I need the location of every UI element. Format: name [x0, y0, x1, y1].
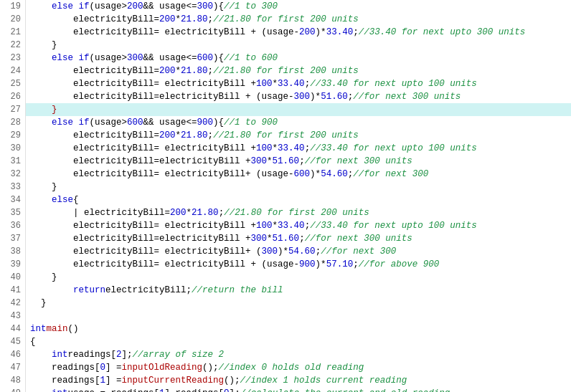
code-editor: ⊟19 20 21 22 ⊟23 24 25 26 27 ⊟28 29 30 3…: [0, 0, 571, 392]
code-line-42: }: [26, 297, 571, 310]
ln-39: 39: [4, 258, 21, 271]
ln-44: 44: [4, 322, 21, 335]
code-line-35: | electricityBill = 200*21.80;//21.80 fo…: [26, 206, 571, 219]
code-line-34: else{: [26, 193, 571, 206]
code-line-36: electricityBill = electricityBill + 100*…: [26, 219, 571, 232]
ln-21: 21: [4, 26, 21, 39]
code-line-23: else if(usage> 300 && usage<=600){//1 to…: [26, 52, 571, 64]
line-numbers: ⊟19 20 21 22 ⊟23 24 25 26 27 ⊟28 29 30 3…: [0, 0, 26, 392]
ln-27: 27: [4, 103, 21, 116]
ln-46: 46: [4, 348, 21, 361]
code-line-29: electricityBill = 200*21.80;//21.80 for …: [26, 129, 571, 142]
code-line-26: electricityBill=electricityBill + (usage…: [26, 90, 571, 103]
ln-26: 26: [4, 90, 21, 103]
code-line-46: int readings[2];//array of size 2: [26, 348, 571, 361]
code-line-24: electricityBill = 200*21.80;//21.80 for …: [26, 64, 571, 77]
code-line-31: electricityBill=electricityBill + 300*51…: [26, 155, 571, 168]
ln-31: 31: [4, 155, 21, 168]
code-line-28: else if(usage> 600 && usage<=900){//1 to…: [26, 116, 571, 129]
ln-22: 22: [4, 39, 21, 52]
code-line-44: int main(): [26, 322, 571, 335]
ln-45: ⊟45: [4, 335, 21, 348]
code-line-22: }: [26, 39, 571, 52]
ln-25: 25: [4, 77, 21, 90]
code-line-25: electricityBill = electricityBill + 100*…: [26, 77, 571, 90]
ln-35: 35: [4, 206, 21, 219]
code-line-38: electricityBill= electricityBill+ (300)*…: [26, 245, 571, 258]
code-line-21: electricityBill = electricityBill + (usa…: [26, 26, 571, 39]
code-line-43: [26, 310, 571, 322]
code-line-19: else if(usage>200 && usage<=300){//1 to …: [26, 0, 571, 13]
code-line-39: electricityBill = electricityBill + (usa…: [26, 258, 571, 271]
code-line-48: readings[1] = inputCurrentReading();//in…: [26, 374, 571, 387]
code-line-27: }: [26, 103, 571, 116]
ln-43: 43: [4, 310, 21, 322]
ln-28: ⊟28: [4, 116, 21, 129]
ln-40: 40: [4, 271, 21, 284]
code-line-40: }: [26, 271, 571, 284]
code-line-30: electricityBill = electricityBill + 100*…: [26, 142, 571, 155]
ln-37: 37: [4, 232, 21, 245]
code-line-41: return electricityBill;//return the bill: [26, 284, 571, 297]
code-line-32: electricityBill = electricityBill+ (usag…: [26, 168, 571, 181]
code-content[interactable]: else if(usage>200 && usage<=300){//1 to …: [26, 0, 571, 392]
ln-20: 20: [4, 13, 21, 26]
ln-24: 24: [4, 64, 21, 77]
code-line-20: electricityBill = 200*21.80;//21.80 for …: [26, 13, 571, 26]
code-line-49: int usage = readings[1]-readings[0];//ca…: [26, 387, 571, 392]
ln-38: 38: [4, 245, 21, 258]
ln-48: 48: [4, 374, 21, 387]
ln-32: 32: [4, 168, 21, 181]
code-line-47: readings[0] = inputOldReading();//index …: [26, 361, 571, 374]
ln-47: 47: [4, 361, 21, 374]
code-line-37: electricityBill=electricityBill + 300*51…: [26, 232, 571, 245]
ln-41: 41: [4, 284, 21, 297]
code-line-33: }: [26, 181, 571, 193]
ln-19: ⊟19: [4, 0, 21, 13]
ln-34: ⊟34: [4, 193, 21, 206]
ln-23: ⊟23: [4, 52, 21, 64]
ln-49: 49: [4, 387, 21, 392]
ln-33: 33: [4, 181, 21, 193]
ln-29: 29: [4, 129, 21, 142]
ln-36: 36: [4, 219, 21, 232]
code-line-45: {: [26, 335, 571, 348]
ln-30: 30: [4, 142, 21, 155]
ln-42: 42: [4, 297, 21, 310]
